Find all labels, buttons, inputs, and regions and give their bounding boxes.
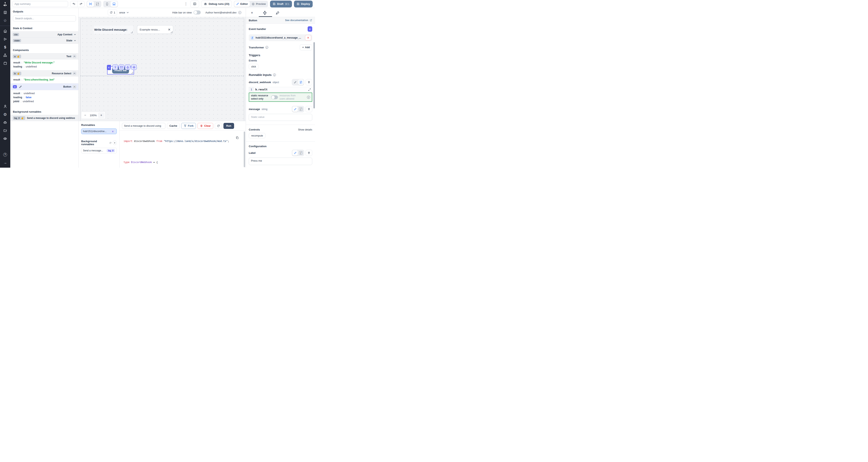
settings-gear-icon[interactable]: ⚙ <box>3 112 7 117</box>
hide-bar-toggle[interactable] <box>193 10 201 14</box>
preview-tab[interactable]: Preview <box>250 1 268 7</box>
component-c-row[interactable]: c Button <box>10 83 79 90</box>
click-event-chip[interactable]: click <box>249 64 258 69</box>
info-icon[interactable]: i <box>307 96 310 99</box>
connect-plug-icon[interactable] <box>306 79 312 85</box>
more-menu-kebab-icon[interactable]: ⋮ <box>183 2 188 6</box>
desktop-view-toggle[interactable] <box>111 1 118 7</box>
runnable-item-main[interactable]: hub/1511/discord/se... c <box>81 129 117 134</box>
debug-runs-label: Debug runs (23) <box>209 2 229 5</box>
component-b-row[interactable]: b☝ Resource Select <box>10 70 79 76</box>
maximize-button[interactable] <box>119 64 124 70</box>
redo-button[interactable] <box>78 1 84 7</box>
event-handler-item[interactable]: f hub/1511/discord/send_a_message_... ✕ <box>249 34 312 41</box>
static-mode-pencil-icon[interactable] <box>292 150 298 156</box>
line-number: 1 <box>249 87 254 92</box>
add-transformer-button[interactable]: + Add <box>300 44 312 51</box>
deploy-button[interactable]: Deploy <box>294 1 313 7</box>
help-icon[interactable]: ? <box>3 153 7 157</box>
runnable-item-bg0[interactable]: Send a message... bg_0 <box>81 148 117 154</box>
refresh-mode-dropdown[interactable]: once <box>119 11 129 14</box>
resources-cubes-icon[interactable] <box>3 53 7 58</box>
mobile-view-toggle[interactable] <box>104 1 111 7</box>
audit-eye-icon[interactable] <box>3 136 7 141</box>
draft-button[interactable]: Draft ⌘S <box>270 1 292 7</box>
component-b-props: result:"$res:u/henri/testing_bot" <box>10 76 79 83</box>
code-editor[interactable]: import discordwebhook from "https://deno… <box>120 131 246 168</box>
bg0-row[interactable]: bg_0☝ Send a message to discord using we… <box>10 115 79 121</box>
windmill-logo[interactable] <box>0 0 10 8</box>
account-person-icon[interactable] <box>3 104 7 109</box>
workers-robot-icon[interactable] <box>3 120 7 125</box>
settings-scrollbar[interactable] <box>313 42 315 108</box>
style-tab[interactable] <box>275 10 280 15</box>
clear-button[interactable]: Clear <box>197 123 213 129</box>
static-resource-toggle[interactable] <box>271 95 278 99</box>
add-bg-runnable-button[interactable]: + <box>113 140 117 145</box>
runs-play-icon[interactable] <box>3 37 7 41</box>
app-summary-input[interactable] <box>12 1 68 7</box>
recompute-chip[interactable]: recompute <box>249 133 266 138</box>
workspace-icon[interactable] <box>3 10 7 15</box>
debug-runs-button[interactable]: Debug runs (23) <box>201 1 232 7</box>
component-a-row[interactable]: a☝ Text <box>10 53 79 59</box>
state-row[interactable]: state State <box>10 38 79 44</box>
center-align-toggle[interactable] <box>87 1 94 7</box>
collapse-arrow-icon[interactable]: → <box>3 160 7 165</box>
zoom-in-button[interactable]: + <box>98 112 104 118</box>
collapse-button[interactable] <box>72 55 76 58</box>
message-static-value-input[interactable] <box>249 114 312 121</box>
copy-code-icon[interactable] <box>236 136 239 139</box>
schedules-calendar-icon[interactable] <box>3 61 7 65</box>
expand-down-button[interactable] <box>113 64 118 70</box>
fork-button[interactable]: Fork <box>181 123 196 129</box>
edit-pencil-icon[interactable] <box>18 85 23 89</box>
text-component-a[interactable]: Write Discord message: <box>94 26 133 34</box>
draft-label: Draft <box>277 2 283 5</box>
info-icon[interactable]: i <box>273 73 276 76</box>
move-button[interactable] <box>131 64 136 70</box>
refresh-count-button[interactable]: 1 <box>108 9 117 15</box>
static-mode-pencil-icon[interactable] <box>292 106 298 112</box>
script-name-input[interactable] <box>122 123 165 129</box>
expression-editor[interactable]: 1 b.result <box>249 87 312 92</box>
info-icon[interactable]: i <box>238 11 241 14</box>
info-icon[interactable]: i <box>266 46 268 49</box>
variables-dollar-icon[interactable]: $ <box>3 45 7 50</box>
expr-mode-function-icon[interactable]: f <box>298 150 304 156</box>
show-details-link[interactable]: Show details <box>298 128 312 131</box>
ctx-row[interactable]: ctx App Context <box>10 31 79 38</box>
refresh-code-button[interactable] <box>215 123 222 129</box>
code-panel: Cache Fork Clear Run <box>120 121 246 168</box>
expr-mode-function-icon[interactable]: f <box>298 79 304 85</box>
selected-component-badge: c <box>308 26 312 32</box>
home-icon[interactable] <box>3 29 7 33</box>
zoom-out-button[interactable]: − <box>82 112 88 118</box>
resource-select-component-b[interactable]: Example resou... ✕ <box>137 25 173 34</box>
insert-component-tab[interactable]: + <box>250 10 254 15</box>
connect-plug-icon[interactable] <box>306 106 312 112</box>
collapse-button[interactable] <box>72 85 76 89</box>
clear-selection-x-icon[interactable]: ✕ <box>168 28 170 32</box>
docs-book-button[interactable] <box>190 1 199 7</box>
undo-button[interactable] <box>70 1 78 7</box>
static-mode-pencil-icon[interactable] <box>292 79 298 85</box>
component-settings-tab[interactable] <box>262 10 267 15</box>
connect-plug-icon[interactable] <box>306 150 312 156</box>
expr-mode-function-icon[interactable]: f <box>298 106 304 112</box>
editor-tab[interactable]: Editor <box>234 1 250 7</box>
label-value-input[interactable]: Press me <box>249 158 312 165</box>
collapse-button[interactable] <box>72 71 76 75</box>
fullscreen-toggle[interactable] <box>94 1 101 7</box>
anchor-button[interactable] <box>125 64 130 70</box>
cache-button[interactable]: Cache <box>167 123 180 129</box>
expand-editor-icon[interactable] <box>307 88 312 92</box>
code-scrollbar[interactable] <box>244 132 245 167</box>
folders-icon[interactable] <box>3 128 7 133</box>
favorites-star-icon[interactable]: ☆ <box>3 18 7 23</box>
app-canvas[interactable]: Write Discord message: Example resou... … <box>79 17 246 121</box>
run-button[interactable]: Run <box>223 123 234 129</box>
see-documentation-link[interactable]: See documentation <box>285 19 312 22</box>
remove-handler-button[interactable]: ✕ <box>305 35 311 40</box>
search-outputs-input[interactable] <box>13 15 76 22</box>
